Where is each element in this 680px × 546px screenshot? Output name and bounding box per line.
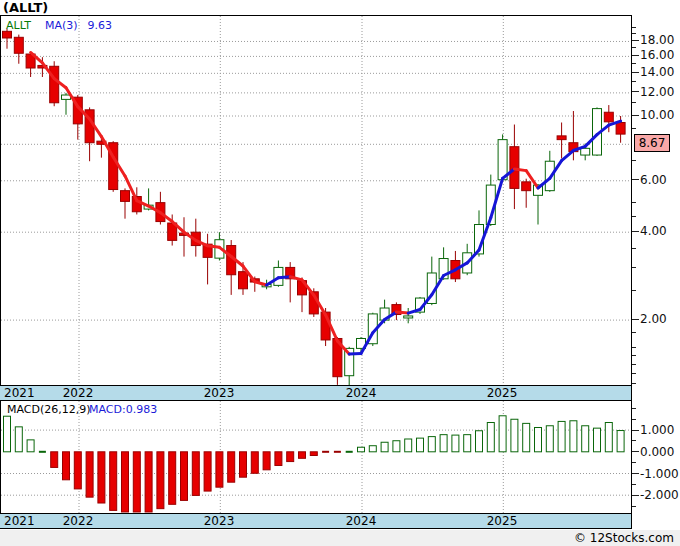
macd-bar-positive <box>428 437 435 452</box>
axis-minor-tick <box>632 128 636 129</box>
axis-minor-tick <box>632 216 636 217</box>
axis-major-tick <box>632 72 639 73</box>
macd-bar-positive <box>594 428 601 452</box>
macd-bar-negative <box>228 452 235 482</box>
macd-bar-negative <box>157 452 164 509</box>
axis-minor-tick <box>632 33 636 34</box>
macd-bar-negative <box>169 452 176 505</box>
macd-bar-positive <box>27 440 34 452</box>
axis-minor-tick <box>632 440 636 441</box>
macd-zero-dash <box>322 451 329 453</box>
ma-line-segment <box>278 277 290 278</box>
candle-body <box>239 272 248 289</box>
axis-minor-tick <box>632 462 636 463</box>
price-axis-label: 16.00 <box>640 48 674 62</box>
candle-body <box>404 316 413 318</box>
macd-value-label: MACD:0.983 <box>89 403 157 416</box>
macd-bar-negative <box>287 452 294 462</box>
macd-bar-negative <box>310 452 317 456</box>
ma-line-segment <box>255 282 267 285</box>
price-axis-label: 10.00 <box>640 108 674 122</box>
macd-bar-positive <box>393 441 400 452</box>
macd-bar-positive <box>487 423 494 452</box>
axis-minor-tick <box>632 290 636 291</box>
macd-axis-label: 0.000 <box>640 445 674 459</box>
candle-body <box>581 148 590 155</box>
macd-bar-negative <box>275 452 282 466</box>
candle-body <box>604 112 613 122</box>
year-label: 2025 <box>487 386 518 400</box>
macd-bar-positive <box>499 416 506 452</box>
price-axis: 8.67 18.0016.0014.0012.0010.006.004.002.… <box>632 15 680 385</box>
axis-minor-tick <box>632 102 636 103</box>
axis-minor-tick <box>632 47 636 48</box>
axis-minor-tick <box>632 506 636 507</box>
macd-bar-positive <box>476 431 483 452</box>
macd-bar-negative <box>51 452 58 468</box>
ma-line-segment <box>290 277 302 280</box>
macd-bar-positive <box>358 447 365 452</box>
macd-bar-positive <box>535 427 542 451</box>
axis-major-tick <box>632 495 639 496</box>
ma-line-segment <box>349 354 361 355</box>
price-legend: ALLTMA(3)9.63 <box>6 19 112 32</box>
macd-bar-positive <box>405 439 412 452</box>
stock-chart-page: (ALLT) ALLTMA(3)9.63 8.67 18.0016.0014.0… <box>0 0 680 546</box>
macd-bar-positive <box>558 421 565 451</box>
copyright-footer: © 12Stocks.com <box>0 530 680 546</box>
macd-bar-negative <box>74 452 81 489</box>
year-label: 2022 <box>63 514 94 528</box>
axis-minor-tick <box>632 419 636 420</box>
ma-label: MA(3) <box>45 19 78 32</box>
candle-body <box>522 182 531 191</box>
axis-minor-tick <box>632 267 636 268</box>
page-title: (ALLT) <box>3 0 48 15</box>
candle-body <box>50 66 59 102</box>
axis-minor-tick <box>632 408 636 409</box>
candle-body <box>557 136 566 140</box>
macd-bar-positive <box>440 435 447 452</box>
axis-major-tick <box>632 179 639 180</box>
macd-bar-positive <box>15 427 22 452</box>
year-label: 2021 <box>4 514 35 528</box>
axis-minor-tick <box>632 332 636 333</box>
macd-zero-dash <box>346 451 353 453</box>
macd-bar-positive <box>617 431 624 452</box>
year-label: 2021 <box>4 386 35 400</box>
macd-bar-positive <box>511 419 518 452</box>
macd-bar-chart <box>1 401 631 513</box>
macd-bar-negative <box>251 452 258 473</box>
macd-axis-label: 1.000 <box>640 423 674 437</box>
price-axis-label: 2.00 <box>640 312 667 326</box>
price-chart-panel: ALLTMA(3)9.63 <box>0 15 631 385</box>
macd-bar-negative <box>98 452 105 503</box>
axis-minor-tick <box>632 27 636 28</box>
ma-line-segment <box>562 151 574 161</box>
macd-bar-negative <box>122 452 129 512</box>
year-label: 2023 <box>204 386 235 400</box>
axis-minor-tick <box>632 484 636 485</box>
macd-bar-positive <box>546 426 553 452</box>
macd-zero-dash <box>39 451 46 453</box>
axis-minor-tick <box>632 383 636 384</box>
candle-body <box>616 123 625 135</box>
macd-axis-label: -1.000 <box>640 467 679 481</box>
macd-bar-negative <box>86 452 93 497</box>
macd-bar-positive <box>369 446 376 452</box>
candle-body <box>121 191 130 202</box>
axis-minor-tick <box>632 355 636 356</box>
macd-bar-positive <box>523 423 530 451</box>
axis-minor-tick <box>632 248 636 249</box>
axis-minor-tick <box>632 373 636 374</box>
axis-minor-tick <box>632 63 636 64</box>
macd-bar-negative <box>299 452 306 459</box>
axis-major-tick <box>632 231 639 232</box>
macd-axis-label: -2.000 <box>640 488 679 502</box>
macd-bar-positive <box>582 426 589 452</box>
symbol-label: ALLT <box>6 19 31 32</box>
price-axis-label: 4.00 <box>640 224 667 238</box>
ma-line-segment <box>208 246 220 248</box>
candle-body <box>3 31 12 38</box>
price-candlestick-chart <box>1 16 631 385</box>
macd-bar-negative <box>216 452 223 487</box>
